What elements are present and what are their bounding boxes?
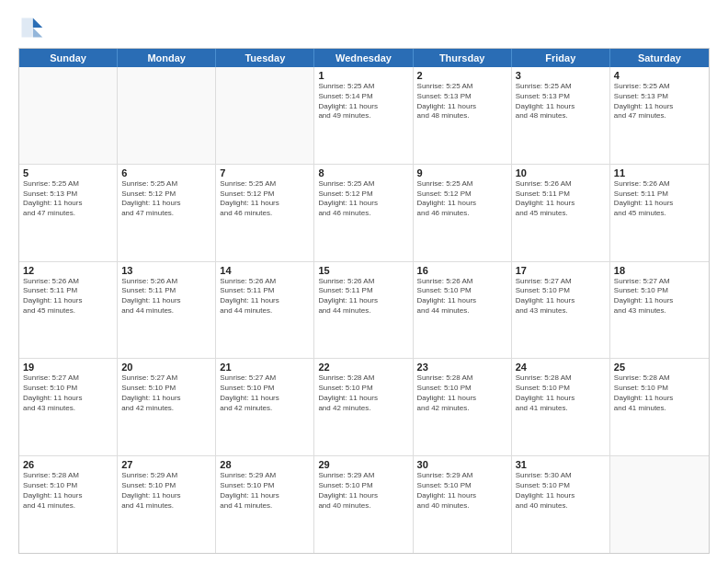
calendar-row-4: 26Sunrise: 5:28 AM Sunset: 5:10 PM Dayli…	[19, 456, 709, 553]
day-number: 14	[220, 265, 310, 276]
day-number: 5	[23, 167, 113, 178]
calendar-cell-18: 18Sunrise: 5:27 AM Sunset: 5:10 PM Dayli…	[610, 262, 709, 359]
day-info: Sunrise: 5:26 AM Sunset: 5:11 PM Dayligh…	[516, 179, 606, 219]
day-number: 11	[614, 167, 705, 178]
svg-marker-0	[33, 18, 43, 29]
day-info: Sunrise: 5:25 AM Sunset: 5:13 PM Dayligh…	[614, 82, 705, 121]
day-info: Sunrise: 5:29 AM Sunset: 5:10 PM Dayligh…	[121, 471, 211, 511]
calendar-cell-1: 1Sunrise: 5:25 AM Sunset: 5:14 PM Daylig…	[314, 67, 413, 164]
calendar-cell-2: 2Sunrise: 5:25 AM Sunset: 5:13 PM Daylig…	[414, 67, 512, 164]
calendar-cell-9: 9Sunrise: 5:25 AM Sunset: 5:12 PM Daylig…	[414, 165, 512, 261]
calendar-cell-29: 29Sunrise: 5:29 AM Sunset: 5:10 PM Dayli…	[314, 456, 413, 553]
day-info: Sunrise: 5:26 AM Sunset: 5:11 PM Dayligh…	[220, 277, 310, 316]
calendar-cell-4: 4Sunrise: 5:25 AM Sunset: 5:13 PM Daylig…	[610, 67, 709, 164]
calendar-cell-31: 31Sunrise: 5:30 AM Sunset: 5:10 PM Dayli…	[512, 456, 610, 553]
calendar-cell-20: 20Sunrise: 5:27 AM Sunset: 5:10 PM Dayli…	[118, 359, 216, 455]
day-info: Sunrise: 5:25 AM Sunset: 5:12 PM Dayligh…	[121, 179, 211, 219]
day-info: Sunrise: 5:25 AM Sunset: 5:12 PM Dayligh…	[220, 179, 310, 219]
calendar-row-1: 5Sunrise: 5:25 AM Sunset: 5:13 PM Daylig…	[19, 165, 709, 262]
day-number: 30	[417, 459, 507, 470]
day-number: 8	[318, 167, 408, 178]
day-number: 2	[417, 70, 507, 81]
calendar-row-2: 12Sunrise: 5:26 AM Sunset: 5:11 PM Dayli…	[19, 262, 709, 360]
day-info: Sunrise: 5:25 AM Sunset: 5:13 PM Dayligh…	[516, 82, 606, 121]
day-number: 10	[516, 167, 606, 178]
day-number: 16	[417, 265, 507, 276]
day-info: Sunrise: 5:27 AM Sunset: 5:10 PM Dayligh…	[220, 373, 310, 413]
calendar-cell-22: 22Sunrise: 5:28 AM Sunset: 5:10 PM Dayli…	[314, 359, 413, 455]
day-info: Sunrise: 5:26 AM Sunset: 5:11 PM Dayligh…	[23, 277, 113, 316]
day-number: 26	[23, 459, 113, 470]
svg-marker-1	[33, 28, 43, 38]
day-number: 23	[417, 362, 507, 373]
day-info: Sunrise: 5:26 AM Sunset: 5:11 PM Dayligh…	[614, 179, 705, 219]
calendar-cell-10: 10Sunrise: 5:26 AM Sunset: 5:11 PM Dayli…	[512, 165, 610, 261]
day-info: Sunrise: 5:28 AM Sunset: 5:10 PM Dayligh…	[318, 373, 408, 413]
calendar-cell-6: 6Sunrise: 5:25 AM Sunset: 5:12 PM Daylig…	[118, 165, 216, 261]
logo-icon	[18, 15, 44, 40]
day-number: 29	[318, 459, 408, 470]
calendar-row-3: 19Sunrise: 5:27 AM Sunset: 5:10 PM Dayli…	[19, 359, 709, 456]
day-info: Sunrise: 5:27 AM Sunset: 5:10 PM Dayligh…	[23, 373, 113, 413]
day-number: 7	[220, 167, 310, 178]
day-number: 19	[23, 362, 113, 373]
day-info: Sunrise: 5:28 AM Sunset: 5:10 PM Dayligh…	[614, 373, 705, 413]
calendar-cell-8: 8Sunrise: 5:25 AM Sunset: 5:12 PM Daylig…	[314, 165, 413, 261]
day-info: Sunrise: 5:27 AM Sunset: 5:10 PM Dayligh…	[516, 277, 606, 316]
calendar-cell-3: 3Sunrise: 5:25 AM Sunset: 5:13 PM Daylig…	[512, 67, 610, 164]
svg-rect-2	[22, 18, 32, 38]
day-info: Sunrise: 5:29 AM Sunset: 5:10 PM Dayligh…	[417, 471, 507, 511]
calendar-cell-12: 12Sunrise: 5:26 AM Sunset: 5:11 PM Dayli…	[19, 262, 118, 359]
day-number: 9	[417, 167, 507, 178]
day-info: Sunrise: 5:30 AM Sunset: 5:10 PM Dayligh…	[516, 471, 606, 511]
calendar-header: SundayMondayTuesdayWednesdayThursdayFrid…	[19, 49, 709, 67]
calendar-cell-15: 15Sunrise: 5:26 AM Sunset: 5:11 PM Dayli…	[314, 262, 413, 359]
calendar-cell-27: 27Sunrise: 5:29 AM Sunset: 5:10 PM Dayli…	[118, 456, 216, 553]
day-info: Sunrise: 5:26 AM Sunset: 5:10 PM Dayligh…	[417, 277, 507, 316]
page: SundayMondayTuesdayWednesdayThursdayFrid…	[0, 0, 728, 563]
day-info: Sunrise: 5:29 AM Sunset: 5:10 PM Dayligh…	[318, 471, 408, 511]
day-number: 22	[318, 362, 408, 373]
calendar-cell-21: 21Sunrise: 5:27 AM Sunset: 5:10 PM Dayli…	[216, 359, 314, 455]
day-number: 1	[318, 70, 408, 81]
day-info: Sunrise: 5:25 AM Sunset: 5:12 PM Dayligh…	[417, 179, 507, 219]
calendar-cell-17: 17Sunrise: 5:27 AM Sunset: 5:10 PM Dayli…	[512, 262, 610, 359]
day-number: 3	[516, 70, 606, 81]
day-info: Sunrise: 5:25 AM Sunset: 5:13 PM Dayligh…	[417, 82, 507, 121]
day-info: Sunrise: 5:26 AM Sunset: 5:11 PM Dayligh…	[121, 277, 211, 316]
day-number: 20	[121, 362, 211, 373]
day-info: Sunrise: 5:26 AM Sunset: 5:11 PM Dayligh…	[318, 277, 408, 316]
header-day-monday: Monday	[118, 49, 216, 67]
calendar-cell-7: 7Sunrise: 5:25 AM Sunset: 5:12 PM Daylig…	[216, 165, 314, 261]
calendar-cell-19: 19Sunrise: 5:27 AM Sunset: 5:10 PM Dayli…	[19, 359, 118, 455]
header-day-thursday: Thursday	[414, 49, 512, 67]
header-day-friday: Friday	[512, 49, 610, 67]
day-info: Sunrise: 5:27 AM Sunset: 5:10 PM Dayligh…	[614, 277, 705, 316]
day-info: Sunrise: 5:27 AM Sunset: 5:10 PM Dayligh…	[121, 373, 211, 413]
day-number: 31	[516, 459, 606, 470]
calendar-cell-empty	[19, 67, 118, 164]
day-number: 13	[121, 265, 211, 276]
calendar-cell-empty	[118, 67, 216, 164]
day-number: 18	[614, 265, 705, 276]
day-number: 15	[318, 265, 408, 276]
day-number: 6	[121, 167, 211, 178]
day-number: 28	[220, 459, 310, 470]
header-day-wednesday: Wednesday	[314, 49, 413, 67]
day-info: Sunrise: 5:25 AM Sunset: 5:14 PM Dayligh…	[318, 82, 408, 121]
calendar-cell-28: 28Sunrise: 5:29 AM Sunset: 5:10 PM Dayli…	[216, 456, 314, 553]
calendar-cell-14: 14Sunrise: 5:26 AM Sunset: 5:11 PM Dayli…	[216, 262, 314, 359]
header	[18, 15, 710, 40]
calendar-cell-26: 26Sunrise: 5:28 AM Sunset: 5:10 PM Dayli…	[19, 456, 118, 553]
day-number: 4	[614, 70, 705, 81]
day-number: 24	[516, 362, 606, 373]
day-info: Sunrise: 5:25 AM Sunset: 5:12 PM Dayligh…	[318, 179, 408, 219]
calendar-body: 1Sunrise: 5:25 AM Sunset: 5:14 PM Daylig…	[19, 67, 709, 553]
calendar-row-0: 1Sunrise: 5:25 AM Sunset: 5:14 PM Daylig…	[19, 67, 709, 165]
header-day-sunday: Sunday	[19, 49, 118, 67]
day-info: Sunrise: 5:28 AM Sunset: 5:10 PM Dayligh…	[516, 373, 606, 413]
calendar-cell-11: 11Sunrise: 5:26 AM Sunset: 5:11 PM Dayli…	[610, 165, 709, 261]
calendar-cell-16: 16Sunrise: 5:26 AM Sunset: 5:10 PM Dayli…	[414, 262, 512, 359]
day-info: Sunrise: 5:28 AM Sunset: 5:10 PM Dayligh…	[417, 373, 507, 413]
day-number: 27	[121, 459, 211, 470]
